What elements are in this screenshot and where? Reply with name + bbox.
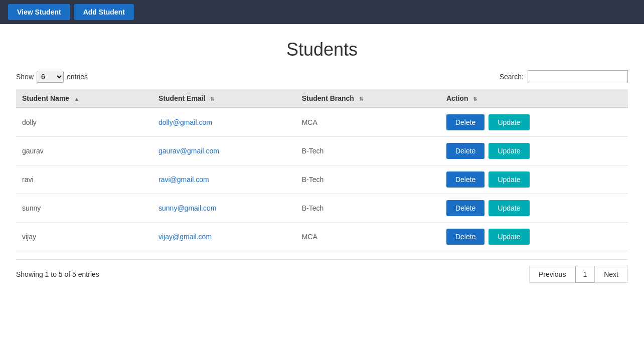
delete-button[interactable]: Delete [446,114,485,130]
table-row: dolly dolly@gmail.com MCA Delete Update [16,108,628,137]
show-entries: Show 6 10 25 50 100 entries [16,71,88,83]
cell-name: sunny [16,194,152,223]
navbar: View Student Add Student [0,0,644,24]
cell-branch: B-Tech [296,194,440,223]
search-area: Search: [500,70,628,83]
cell-email: gaurav@gmail.com [152,137,296,165]
col-header-email[interactable]: Student Email ⇅ [152,89,296,108]
add-student-button[interactable]: Add Student [74,4,134,20]
update-button[interactable]: Update [489,171,529,188]
cell-name: vijay [16,223,152,251]
delete-button[interactable]: Delete [446,200,485,216]
col-header-action[interactable]: Action ⇅ [440,89,628,108]
cell-email: sunny@gmail.com [152,194,296,223]
pagination: Previous 1 Next [529,266,628,283]
col-header-name[interactable]: Student Name ▲ [16,89,152,108]
cell-action: Delete Update [440,194,628,223]
cell-email: dolly@gmail.com [152,108,296,137]
delete-button[interactable]: Delete [446,171,485,188]
table-row: ravi ravi@gmail.com B-Tech Delete Update [16,165,628,194]
search-input[interactable] [528,70,628,83]
showing-info: Showing 1 to 5 of 5 entries [16,270,99,278]
page-title: Students [0,39,644,60]
cell-name: dolly [16,108,152,137]
sort-icon-email: ⇅ [210,96,214,102]
sort-icon-branch: ⇅ [359,96,363,102]
delete-button[interactable]: Delete [446,143,485,159]
next-button[interactable]: Next [594,266,628,283]
table-header-row: Student Name ▲ Student Email ⇅ Student B… [16,89,628,108]
sort-icon-name: ▲ [74,96,79,102]
update-button[interactable]: Update [489,229,529,245]
students-table: Student Name ▲ Student Email ⇅ Student B… [16,89,628,251]
cell-branch: MCA [296,223,440,251]
update-button[interactable]: Update [489,114,529,130]
view-student-button[interactable]: View Student [8,4,70,20]
table-footer: Showing 1 to 5 of 5 entries Previous 1 N… [16,259,628,283]
cell-action: Delete Update [440,165,628,194]
cell-branch: B-Tech [296,165,440,194]
sort-icon-action: ⇅ [473,96,477,102]
entries-label: entries [67,73,88,81]
update-button[interactable]: Update [489,200,529,216]
entries-select[interactable]: 6 10 25 50 100 [37,71,64,83]
cell-branch: MCA [296,108,440,137]
table-controls: Show 6 10 25 50 100 entries Search: [16,70,628,83]
cell-name: gaurav [16,137,152,165]
col-header-branch[interactable]: Student Branch ⇅ [296,89,440,108]
update-button[interactable]: Update [489,143,529,159]
cell-action: Delete Update [440,223,628,251]
cell-branch: B-Tech [296,137,440,165]
cell-email: ravi@gmail.com [152,165,296,194]
cell-action: Delete Update [440,108,628,137]
table-row: vijay vijay@gmail.com MCA Delete Update [16,223,628,251]
content-area: Show 6 10 25 50 100 entries Search: Stud… [6,70,638,293]
table-row: sunny sunny@gmail.com B-Tech Delete Upda… [16,194,628,223]
cell-name: ravi [16,165,152,194]
search-label: Search: [500,73,524,81]
show-label: Show [16,73,34,81]
delete-button[interactable]: Delete [446,229,485,245]
page-number[interactable]: 1 [575,266,594,283]
previous-button[interactable]: Previous [529,266,575,283]
cell-action: Delete Update [440,137,628,165]
cell-email: vijay@gmail.com [152,223,296,251]
table-row: gaurav gaurav@gmail.com B-Tech Delete Up… [16,137,628,165]
